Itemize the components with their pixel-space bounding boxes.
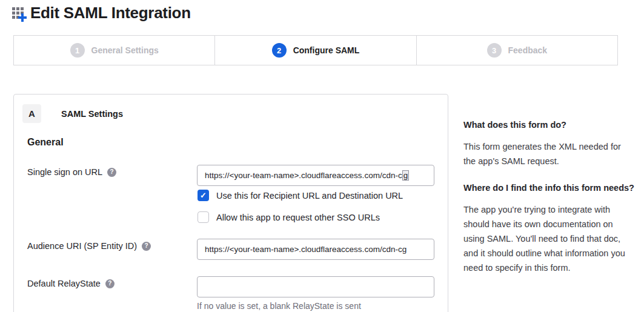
saml-settings-panel: A SAML Settings General Single sign on U… — [13, 94, 448, 312]
checkbox-label: Use this for Recipient URL and Destinati… — [216, 191, 403, 201]
app-grid-add-icon — [11, 5, 29, 24]
page-title: Edit SAML Integration — [30, 4, 191, 22]
help-paragraph: The app you're trying to integrate with … — [463, 202, 634, 275]
step-label: Configure SAML — [293, 45, 360, 55]
sso-url-input[interactable]: https://<your-team-name>.cloudflareacces… — [197, 165, 434, 186]
field-label-text: Single sign on URL — [27, 167, 102, 177]
step-configure-saml[interactable]: 2 Configure SAML — [214, 36, 416, 65]
section-a-badge: A — [22, 104, 41, 123]
sso-url-value: https://<your-team-name>.cloudflareacces… — [205, 171, 402, 180]
help-icon[interactable]: ? — [142, 242, 151, 251]
sso-url-label: Single sign on URL ? — [27, 167, 116, 177]
help-heading: Where do I find the info this form needs… — [463, 182, 634, 194]
relay-state-input[interactable] — [197, 276, 434, 297]
step-label: Feedback — [508, 45, 548, 55]
audience-uri-value: https://<your-team-name>.cloudflareacces… — [205, 245, 407, 254]
checkbox-unchecked-icon[interactable] — [198, 211, 209, 223]
text-cursor: g — [402, 170, 410, 181]
other-sso-checkbox-row[interactable]: Allow this app to request other SSO URLs — [198, 211, 380, 223]
step-label: General Settings — [91, 45, 159, 55]
step-number-badge: 3 — [487, 43, 502, 58]
step-number-badge: 1 — [70, 43, 85, 58]
general-section-title: General — [27, 137, 64, 148]
help-paragraph: This form generates the XML needed for t… — [463, 139, 634, 168]
step-general-settings[interactable]: 1 General Settings — [14, 36, 214, 65]
relay-state-label: Default RelayState ? — [27, 279, 115, 288]
checkbox-checked-icon[interactable]: ✓ — [198, 190, 209, 201]
panel-title: SAML Settings — [61, 109, 123, 119]
wizard-stepper: 1 General Settings 2 Configure SAML 3 Fe… — [13, 35, 618, 65]
field-label-text: Default RelayState — [27, 279, 101, 288]
recipient-url-checkbox-row[interactable]: ✓ Use this for Recipient URL and Destina… — [198, 190, 403, 201]
checkbox-label: Allow this app to request other SSO URLs — [216, 213, 380, 222]
step-feedback[interactable]: 3 Feedback — [416, 36, 617, 65]
help-icon[interactable]: ? — [105, 279, 115, 288]
help-icon[interactable]: ? — [107, 168, 116, 177]
relay-state-helper-text: If no value is set, a blank RelayState i… — [197, 301, 361, 311]
help-heading: What does this form do? — [463, 119, 634, 131]
audience-uri-input[interactable]: https://<your-team-name>.cloudflareacces… — [197, 239, 434, 260]
field-label-text: Audience URI (SP Entity ID) — [27, 241, 137, 251]
page-header: Edit SAML Integration — [11, 4, 191, 22]
help-sidebar: What does this form do? This form genera… — [463, 119, 634, 288]
step-number-badge: 2 — [272, 43, 287, 58]
audience-uri-label: Audience URI (SP Entity ID) ? — [27, 241, 151, 251]
